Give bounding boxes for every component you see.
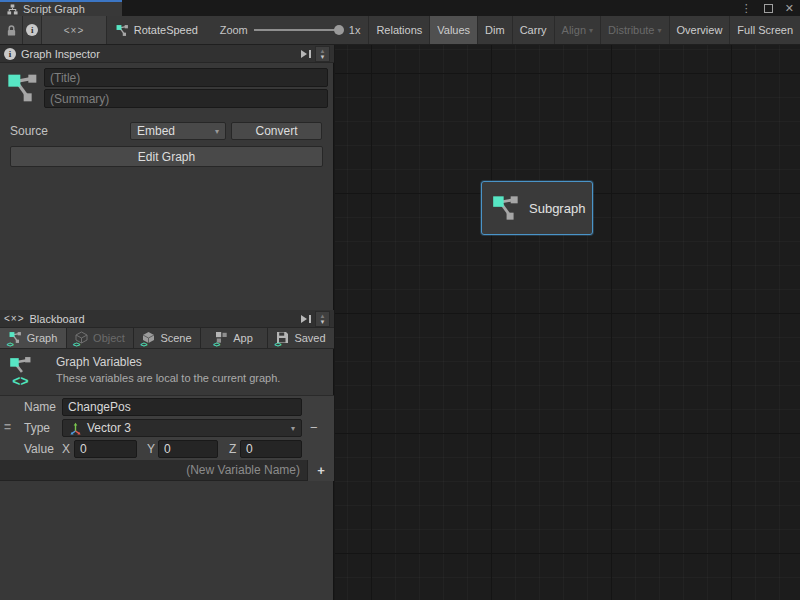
graph-inspector-header[interactable]: i Graph Inspector ▲ ▼ bbox=[0, 45, 334, 63]
graph-icon bbox=[7, 72, 39, 104]
zoom-slider[interactable] bbox=[254, 29, 340, 31]
dock-panel-icon[interactable] bbox=[300, 314, 312, 324]
value-y-input[interactable] bbox=[158, 440, 218, 458]
info-icon: i bbox=[26, 24, 38, 36]
new-variable-row: + bbox=[0, 460, 334, 481]
zoom-control: Zoom 1x bbox=[210, 16, 369, 44]
edit-graph-button[interactable]: Edit Graph bbox=[10, 146, 323, 167]
toolbar-buttons: Relations Values Dim Carry Align ▾ Distr… bbox=[368, 16, 800, 44]
section-title: Graph Variables bbox=[56, 355, 142, 369]
new-variable-input[interactable] bbox=[0, 460, 307, 481]
lock-icon bbox=[6, 24, 17, 37]
menu-icon[interactable]: ⋮ bbox=[741, 0, 752, 16]
graph-toolbar: i <×> RotateSpeed Zoom 1x Relations Valu… bbox=[0, 16, 800, 45]
zoom-value: 1x bbox=[349, 24, 361, 36]
chevron-down-icon: ▾ bbox=[215, 127, 219, 136]
variables-icon: <×> bbox=[64, 25, 85, 36]
variable-type-row: = Type Vector 3 ▾ − bbox=[0, 418, 334, 439]
align-button: Align ▾ bbox=[554, 16, 600, 44]
window-controls: ⋮ ✕ bbox=[741, 0, 794, 16]
value-x-input[interactable] bbox=[74, 440, 137, 458]
blackboard-toggle-button[interactable]: <×> bbox=[42, 16, 107, 44]
svg-text:<>: <> bbox=[12, 373, 28, 388]
variables-badge-icon: <> bbox=[7, 341, 13, 348]
fullscreen-button[interactable]: Full Screen bbox=[729, 16, 800, 44]
graph-inspector-title: Graph Inspector bbox=[21, 48, 100, 60]
carry-button[interactable]: Carry bbox=[512, 16, 554, 44]
tab-script-graph[interactable]: Script Graph bbox=[0, 0, 122, 16]
source-dropdown[interactable]: Embed ▾ bbox=[130, 122, 226, 140]
info-icon: i bbox=[4, 48, 16, 60]
variables-badge-icon: <> bbox=[73, 341, 79, 348]
close-icon[interactable]: ✕ bbox=[785, 0, 794, 16]
inspector-toggle-button[interactable]: i bbox=[23, 16, 42, 44]
remove-variable-button[interactable]: − bbox=[310, 420, 318, 435]
node-label: Subgraph bbox=[529, 201, 585, 216]
source-label: Source bbox=[10, 124, 48, 138]
blackboard-tabs: <> Graph <> Object <> Scene bbox=[0, 328, 334, 349]
hierarchy-graph-icon bbox=[7, 4, 18, 15]
lock-toggle-button[interactable] bbox=[0, 16, 23, 44]
zoom-slider-handle[interactable] bbox=[334, 25, 344, 35]
variable-type-dropdown[interactable]: Vector 3 ▾ bbox=[62, 419, 302, 437]
panel-scroll-spinner[interactable]: ▲ ▼ bbox=[315, 311, 330, 327]
distribute-button: Distribute ▾ bbox=[600, 16, 668, 44]
tab-graph[interactable]: <> Graph bbox=[0, 328, 67, 348]
blackboard-title: Blackboard bbox=[30, 313, 85, 325]
graph-variables-icon: <> bbox=[8, 356, 38, 388]
variable-value-row: Value X Y Z bbox=[0, 439, 334, 460]
chevron-down-icon: ▾ bbox=[658, 26, 662, 35]
window-tab-bar: Script Graph ⋮ ✕ bbox=[0, 0, 800, 16]
tab-scene[interactable]: <> Scene bbox=[134, 328, 201, 348]
tab-title: Script Graph bbox=[23, 3, 85, 15]
source-row: Source Embed ▾ Convert bbox=[0, 122, 334, 140]
dim-button[interactable]: Dim bbox=[477, 16, 512, 44]
chevron-down-icon: ▾ bbox=[291, 424, 295, 433]
chevron-down-icon: ▾ bbox=[589, 26, 593, 35]
graph-icon bbox=[492, 194, 520, 222]
value-z-input[interactable] bbox=[240, 440, 302, 458]
variable-name-row: Name bbox=[0, 397, 334, 418]
panel-scroll-spinner[interactable]: ▲ ▼ bbox=[315, 46, 330, 62]
maximize-icon[interactable] bbox=[764, 4, 773, 13]
variable-name-input[interactable] bbox=[62, 398, 302, 416]
graph-canvas[interactable]: Subgraph bbox=[335, 45, 800, 600]
values-button[interactable]: Values bbox=[429, 16, 477, 44]
add-variable-button[interactable]: + bbox=[307, 460, 334, 481]
tab-object: <> Object bbox=[67, 328, 134, 348]
dock-panel-icon[interactable] bbox=[300, 49, 312, 59]
overview-button[interactable]: Overview bbox=[669, 16, 730, 44]
vector3-icon bbox=[69, 422, 82, 435]
graph-title-input[interactable] bbox=[44, 68, 328, 87]
arrow-down-icon[interactable]: ▼ bbox=[320, 54, 326, 60]
tab-saved[interactable]: <> Saved bbox=[268, 328, 334, 348]
graph-icon bbox=[116, 24, 129, 37]
blackboard-header[interactable]: <×> Blackboard ▲ ▼ bbox=[0, 310, 334, 328]
section-subtitle: These variables are local to the current… bbox=[56, 372, 280, 384]
variables-badge-icon: <> bbox=[213, 341, 219, 348]
drag-handle[interactable]: = bbox=[4, 420, 11, 434]
arrow-down-icon[interactable]: ▼ bbox=[320, 319, 326, 325]
graph-summary-input[interactable] bbox=[44, 89, 328, 108]
tab-app[interactable]: <> App bbox=[201, 328, 268, 348]
variables-badge-icon: <> bbox=[274, 341, 280, 348]
variables-icon: <×> bbox=[4, 313, 25, 324]
breadcrumb[interactable]: RotateSpeed bbox=[107, 16, 210, 44]
relations-button[interactable]: Relations bbox=[368, 16, 429, 44]
subgraph-node[interactable]: Subgraph bbox=[481, 181, 593, 235]
convert-button[interactable]: Convert bbox=[231, 122, 322, 140]
zoom-label: Zoom bbox=[220, 24, 248, 36]
variables-badge-icon: <> bbox=[140, 341, 146, 348]
breadcrumb-label: RotateSpeed bbox=[134, 24, 198, 36]
sidebar-panel: i Graph Inspector ▲ ▼ Source Embed ▾ Con… bbox=[0, 45, 334, 600]
graph-variables-section: <> Graph Variables These variables are l… bbox=[0, 349, 334, 396]
variable-row-group: Name = Type Vector 3 ▾ − Value bbox=[0, 396, 334, 460]
